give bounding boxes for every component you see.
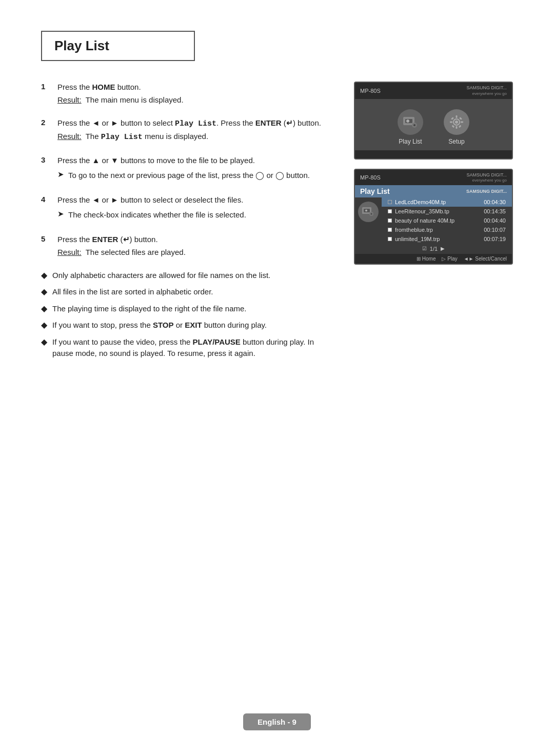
svg-rect-14	[459, 125, 462, 128]
screen2-model: MP-80S	[360, 174, 381, 181]
screen1-header: MP-80S SAMSUNG DIGIT... everywhere you g…	[355, 83, 512, 99]
file-duration-5: 00:07:19	[484, 236, 506, 242]
screen2-sidebar	[355, 197, 382, 244]
note-1-text: Only alphabetic characters are allowed f…	[52, 270, 270, 282]
left-column: 1 Press the HOME button. Result: The mai…	[41, 82, 333, 365]
page-title: Play List	[54, 38, 182, 54]
file-row-5: unlimited_19M.trp 00:07:19	[382, 234, 512, 244]
svg-rect-11	[451, 117, 454, 120]
file-row-4: fromtheblue.trp 00:10:07	[382, 225, 512, 234]
pagination-arrow: ▶	[441, 246, 445, 251]
note-4-bullet: ◆	[41, 320, 47, 330]
svg-point-19	[365, 209, 367, 211]
file-row-1: LedLcdDemo40M.tp 00:04:30	[382, 197, 512, 207]
step-3-number: 3	[41, 155, 50, 164]
step-1-result-text: The main menu is displayed.	[86, 95, 184, 104]
screen1-body: Play List	[355, 99, 512, 150]
note-3-bullet: ◆	[41, 304, 47, 313]
step-3-arrow: ➤	[57, 170, 64, 184]
svg-point-6	[455, 121, 458, 124]
step-2-number: 2	[41, 118, 50, 127]
note-4: ◆ If you want to stop, press the STOP or…	[41, 320, 333, 331]
menu-item-setup: Setup	[444, 109, 469, 145]
svg-rect-10	[461, 121, 463, 123]
checkbox-icon: ☑	[422, 246, 427, 251]
step-2-result-text: The Play List menu is displayed.	[86, 132, 208, 142]
note-5: ◆ If you want to pause the video, press …	[41, 336, 333, 360]
svg-rect-13	[452, 125, 455, 128]
step-4: 4 Press the ◄ or ► button to select or d…	[41, 194, 333, 223]
file-checkbox-3	[388, 218, 392, 223]
page-number-text: English - 9	[258, 718, 296, 726]
step-1-text: Press the HOME button.	[57, 82, 333, 93]
step-4-number: 4	[41, 195, 50, 204]
screen-mockup-1: MP-80S SAMSUNG DIGIT... everywhere you g…	[354, 82, 513, 160]
svg-rect-9	[450, 121, 452, 123]
page-title-box: Play List	[41, 31, 195, 61]
svg-point-4	[406, 120, 409, 123]
screen2-files: LedLcdDemo40M.tp 00:04:30 LeeRitenour_35…	[382, 197, 512, 244]
svg-rect-12	[459, 117, 462, 120]
screen2-pagination: ☑ 1/1 ▶	[355, 244, 512, 254]
file-name-4: fromtheblue.trp	[395, 227, 433, 233]
step-5-number: 5	[41, 234, 50, 243]
file-duration-3: 00:04:40	[484, 217, 506, 224]
menu-item-playlist: Play List	[398, 109, 423, 145]
step-5-text: Press the ENTER (↵) button.	[57, 234, 333, 246]
svg-rect-7	[456, 115, 458, 118]
file-checkbox-2	[388, 209, 392, 213]
screen2-content: LedLcdDemo40M.tp 00:04:30 LeeRitenour_35…	[355, 197, 512, 244]
note-3-text: The playing time is displayed to the rig…	[52, 303, 247, 315]
screen2-footer: ⊞ Home ▷ Play ◄► Select/Cancel	[355, 254, 512, 264]
right-column: MP-80S SAMSUNG DIGIT... everywhere you g…	[354, 82, 513, 265]
playlist-icon	[398, 109, 423, 135]
note-1: ◆ Only alphabetic characters are allowed…	[41, 270, 333, 282]
note-1-bullet: ◆	[41, 270, 47, 280]
svg-point-18	[371, 213, 372, 214]
footer-select: ◄► Select/Cancel	[464, 256, 507, 262]
step-4-text: Press the ◄ or ► button to select or des…	[57, 194, 333, 206]
note-2-bullet: ◆	[41, 287, 47, 296]
screen2-title-bar: Play List SAMSUNG DIGIT...	[355, 185, 512, 197]
step-1-result-label: Result:	[57, 95, 82, 104]
menu-label-playlist: Play List	[399, 138, 422, 145]
file-name-3: beauty of nature 40M.tp	[395, 217, 454, 224]
page-footer: English - 9	[0, 713, 554, 730]
step-2: 2 Press the ◄ or ► button to select Play…	[41, 117, 333, 144]
file-duration-2: 00:14:35	[484, 208, 506, 214]
note-3: ◆ The playing time is displayed to the r…	[41, 303, 333, 315]
step-1-number: 1	[41, 82, 50, 91]
file-row-2: LeeRitenour_35Mb.tp 00:14:35	[382, 207, 512, 216]
note-5-bullet: ◆	[41, 337, 47, 347]
file-checkbox-4	[388, 228, 392, 232]
note-4-text: If you want to stop, press the STOP or E…	[52, 320, 267, 331]
step-2-text: Press the ◄ or ► button to select Play L…	[57, 117, 333, 130]
step-4-arrow: ➤	[57, 209, 64, 223]
svg-rect-8	[456, 126, 458, 129]
note-2: ◆ All files in the list are sorted in al…	[41, 286, 333, 298]
footer-home: ⊞ Home	[417, 256, 436, 262]
setup-icon	[444, 109, 469, 135]
screen2-title: Play List	[360, 187, 390, 195]
footer-play: ▷ Play	[442, 256, 457, 262]
screen2-brand-sub: everywhere you go	[472, 178, 507, 183]
note-5-text: If you want to pause the video, press th…	[52, 336, 333, 360]
step-5-result-text: The selected files are played.	[86, 248, 186, 256]
screen2-title-brand: SAMSUNG DIGIT...	[466, 189, 507, 194]
step-5-result-label: Result:	[57, 248, 82, 256]
file-row-3: beauty of nature 40M.tp 00:04:40	[382, 216, 512, 225]
screen1-model: MP-80S	[360, 88, 381, 94]
screen1-bottom	[355, 150, 512, 158]
page-number-badge: English - 9	[243, 713, 311, 730]
pagination-text: 1/1	[430, 246, 438, 252]
svg-point-3	[413, 124, 416, 126]
file-name-2: LeeRitenour_35Mb.tp	[395, 208, 449, 214]
file-duration-1: 00:04:30	[484, 199, 506, 205]
file-name-1: LedLcdDemo40M.tp	[395, 199, 446, 205]
notes-section: ◆ Only alphabetic characters are allowed…	[41, 270, 333, 360]
screen2-icon	[358, 202, 379, 222]
screen-mockup-2: MP-80S SAMSUNG DIGIT... everywhere you g…	[354, 169, 513, 265]
screen1-brand: SAMSUNG DIGIT... everywhere you go	[466, 85, 507, 96]
step-1: 1 Press the HOME button. Result: The mai…	[41, 82, 333, 106]
step-4-subnote: The check-box indicates whether the file…	[68, 209, 246, 221]
